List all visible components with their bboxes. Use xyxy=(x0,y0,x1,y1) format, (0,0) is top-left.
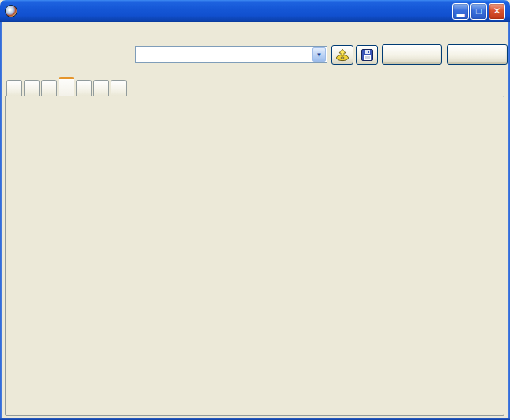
eject-disc-icon xyxy=(335,49,349,62)
toolbar: ▼ xyxy=(2,37,508,77)
maximize-icon: ❒ xyxy=(471,4,486,19)
save-icon xyxy=(361,49,373,61)
pi-errors-x-axis xyxy=(37,214,369,225)
tab-disc-pruefen[interactable] xyxy=(93,80,109,96)
chevron-down-icon[interactable]: ▼ xyxy=(312,47,326,62)
start-button[interactable] xyxy=(382,44,442,65)
menu-extra[interactable] xyxy=(28,28,39,32)
drive-select[interactable]: ▼ xyxy=(135,46,327,63)
menu-test-durchfuehren[interactable] xyxy=(17,28,28,32)
pi-failures-x-axis xyxy=(37,349,369,359)
close-button[interactable]: ✕ xyxy=(489,3,505,20)
tab-disk-erstellen[interactable] xyxy=(24,80,40,96)
quit-button[interactable] xyxy=(447,44,508,65)
pi-failures-left-axis xyxy=(0,237,35,346)
tab-strip xyxy=(6,77,128,96)
save-button[interactable] xyxy=(356,45,378,65)
jitter-right-axis xyxy=(372,237,392,346)
app-window: ▬ ❒ ✕ ▼ xyxy=(0,0,510,420)
menu-bar xyxy=(2,22,508,37)
close-icon: ✕ xyxy=(489,4,504,19)
menu-datei[interactable] xyxy=(6,28,17,32)
title-bar: ▬ ❒ ✕ xyxy=(0,0,510,22)
tab-benchmark[interactable] xyxy=(6,80,22,96)
tab-erweiterte-diskqualitaet[interactable] xyxy=(76,80,92,96)
eject-disc-button[interactable] xyxy=(331,45,353,65)
pi-errors-left-axis xyxy=(0,109,35,212)
menu-hilfe[interactable] xyxy=(39,28,50,32)
speed-right-axis xyxy=(372,109,392,212)
app-icon xyxy=(5,5,17,17)
minimize-icon: ▬ xyxy=(453,4,468,19)
tab-disk-info[interactable] xyxy=(41,80,57,96)
tab-page-diskqualitaet xyxy=(5,96,504,416)
tab-ta-jitter[interactable] xyxy=(111,80,127,96)
maximize-button[interactable]: ❒ xyxy=(470,3,487,20)
window-frame-left xyxy=(0,22,2,420)
tab-diskqualitaet[interactable] xyxy=(59,77,74,96)
minimize-button[interactable]: ▬ xyxy=(452,3,469,20)
